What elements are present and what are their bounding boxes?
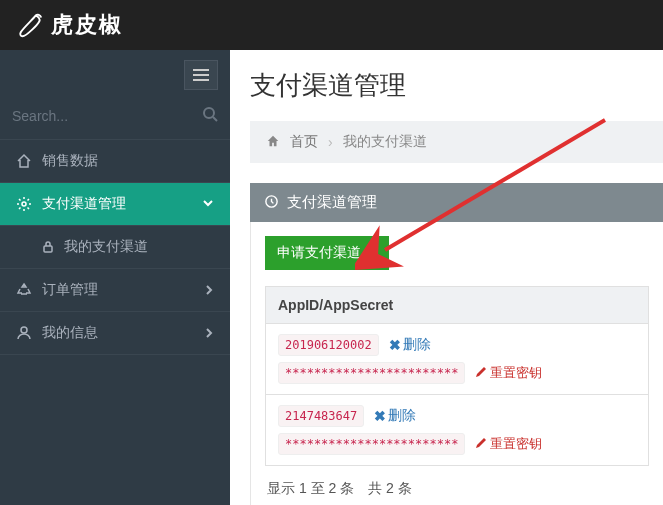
breadcrumb-home[interactable]: 首页: [290, 133, 318, 151]
close-icon: ✖: [374, 408, 386, 424]
delete-label: 删除: [388, 407, 416, 425]
table-header: AppID/AppSecret: [265, 286, 649, 324]
plus-icon: ＋: [363, 244, 377, 262]
home-icon: [266, 134, 280, 151]
brand-text: 虎皮椒: [51, 10, 123, 40]
svg-line-1: [213, 117, 217, 121]
sidebar-item-label: 订单管理: [42, 281, 98, 299]
appid-value: 201906120002: [278, 334, 379, 356]
sidebar-subitem-my-channels[interactable]: 我的支付渠道: [0, 226, 230, 269]
delete-button[interactable]: ✖ 删除: [389, 336, 431, 354]
secret-value: ************************: [278, 433, 465, 455]
breadcrumb: 首页 › 我的支付渠道: [250, 121, 663, 163]
apply-button-label: 申请支付渠道: [277, 244, 361, 262]
delete-label: 删除: [403, 336, 431, 354]
sidebar-item-label: 支付渠道管理: [42, 195, 126, 213]
pencil-icon: [475, 437, 487, 452]
search-row: [0, 100, 230, 140]
reset-key-button[interactable]: 重置密钥: [475, 435, 542, 453]
appid-value: 2147483647: [278, 405, 364, 427]
close-icon: ✖: [389, 337, 401, 353]
breadcrumb-current: 我的支付渠道: [343, 133, 427, 151]
sidebar: 销售数据 支付渠道管理 我的支付渠道: [0, 50, 230, 505]
panel-header: 支付渠道管理: [250, 183, 663, 222]
table-info: 显示 1 至 2 条 共 2 条: [265, 466, 649, 498]
sidebar-item-sales[interactable]: 销售数据: [0, 140, 230, 183]
reset-label: 重置密钥: [490, 435, 542, 453]
sidebar-item-label: 我的信息: [42, 324, 98, 342]
sidebar-item-label: 我的支付渠道: [64, 238, 148, 256]
apply-channel-button[interactable]: 申请支付渠道 ＋: [265, 236, 389, 270]
panel: 支付渠道管理 申请支付渠道 ＋ AppID/AppSecret 20190612…: [250, 183, 663, 505]
topbar: 虎皮椒: [0, 0, 663, 50]
menu-toggle-button[interactable]: [184, 60, 218, 90]
clock-icon: [264, 194, 279, 212]
brand-logo: 虎皮椒: [15, 10, 123, 40]
home-icon: [16, 153, 32, 169]
reset-key-button[interactable]: 重置密钥: [475, 364, 542, 382]
svg-rect-3: [44, 246, 52, 252]
gear-icon: [16, 196, 32, 212]
delete-button[interactable]: ✖ 删除: [374, 407, 416, 425]
sidebar-menu: 销售数据 支付渠道管理 我的支付渠道: [0, 140, 230, 355]
secret-value: ************************: [278, 362, 465, 384]
svg-point-4: [21, 327, 27, 333]
sidebar-item-orders[interactable]: 订单管理: [0, 269, 230, 312]
table-row: 2147483647 ✖ 删除 ************************: [265, 395, 649, 466]
panel-title: 支付渠道管理: [287, 193, 377, 212]
search-icon[interactable]: [202, 106, 218, 125]
breadcrumb-sep: ›: [328, 134, 333, 150]
reset-label: 重置密钥: [490, 364, 542, 382]
table-row: 201906120002 ✖ 删除 **********************…: [265, 324, 649, 395]
svg-point-0: [204, 108, 214, 118]
chevron-down-icon: [202, 196, 214, 212]
page-title: 支付渠道管理: [250, 68, 663, 103]
user-icon: [16, 325, 32, 341]
sidebar-item-label: 销售数据: [42, 152, 98, 170]
main-content: 支付渠道管理 首页 › 我的支付渠道 支付渠道管理 申请支付渠道 ＋ Ap: [230, 50, 663, 505]
sidebar-item-profile[interactable]: 我的信息: [0, 312, 230, 355]
chevron-right-icon: [204, 325, 214, 341]
lock-icon: [40, 239, 56, 255]
pepper-icon: [15, 10, 45, 40]
sidebar-item-payment-channels[interactable]: 支付渠道管理: [0, 183, 230, 226]
recycle-icon: [16, 282, 32, 298]
svg-point-2: [22, 202, 26, 206]
search-input[interactable]: [12, 108, 202, 124]
pencil-icon: [475, 366, 487, 381]
chevron-right-icon: [204, 282, 214, 298]
